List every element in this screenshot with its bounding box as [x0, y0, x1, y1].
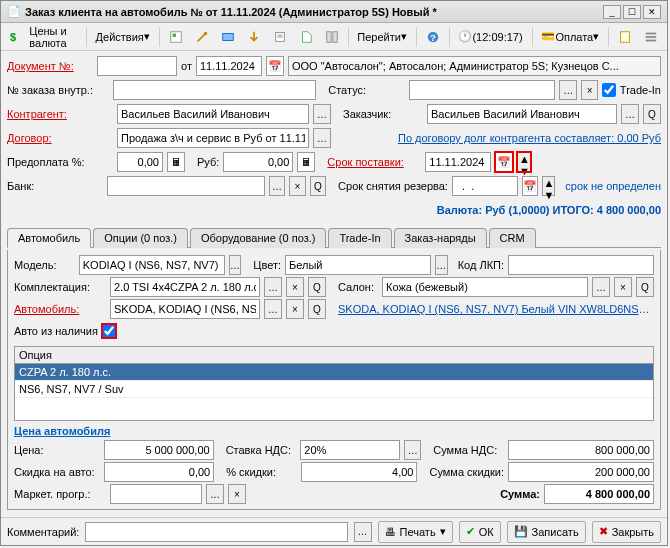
- compl-select-button[interactable]: …: [264, 277, 282, 297]
- salon-input[interactable]: [382, 277, 588, 297]
- compl-input[interactable]: [110, 277, 260, 297]
- tab-tradein[interactable]: Trade-In: [328, 228, 391, 248]
- tab-crm[interactable]: CRM: [489, 228, 536, 248]
- tab-options[interactable]: Опции (0 поз.): [93, 228, 188, 248]
- customer-open-button[interactable]: Q: [643, 104, 661, 124]
- tool-6[interactable]: [294, 26, 318, 48]
- color-select-button[interactable]: …: [435, 255, 448, 275]
- salon-label: Салон:: [338, 281, 378, 293]
- marketing-input[interactable]: [110, 484, 202, 504]
- marketing-select-button[interactable]: …: [206, 484, 224, 504]
- marketing-clear-button[interactable]: ×: [228, 484, 246, 504]
- model-select-button[interactable]: …: [229, 255, 242, 275]
- goto-button[interactable]: Перейти ▾: [352, 26, 412, 48]
- tool-3[interactable]: [216, 26, 240, 48]
- compl-open-button[interactable]: Q: [308, 277, 326, 297]
- close-button[interactable]: ✖Закрыть: [592, 521, 661, 543]
- customer-select-button[interactable]: …: [621, 104, 639, 124]
- price-section-title: Цена автомобиля: [14, 425, 654, 437]
- status-clear-button[interactable]: ×: [581, 80, 598, 100]
- status-select-button[interactable]: …: [559, 80, 576, 100]
- tool-5[interactable]: [268, 26, 292, 48]
- model-input[interactable]: [79, 255, 225, 275]
- bank-open-button[interactable]: Q: [310, 176, 326, 196]
- instock-checkbox[interactable]: [102, 324, 116, 338]
- bank-input[interactable]: [107, 176, 265, 196]
- contract-input[interactable]: [117, 128, 309, 148]
- tab-auto[interactable]: Автомобиль: [7, 228, 91, 248]
- vat-select-button[interactable]: …: [404, 440, 421, 460]
- prepay-calc-button[interactable]: 🖩: [167, 152, 185, 172]
- tab-equipment[interactable]: Оборудование (0 поз.): [190, 228, 326, 248]
- disc-pct-input[interactable]: [301, 462, 417, 482]
- comment-input[interactable]: [85, 522, 347, 542]
- status-input[interactable]: [409, 80, 555, 100]
- auto-open-button[interactable]: Q: [308, 299, 326, 319]
- prices-button[interactable]: $Цены и валюта: [5, 26, 82, 48]
- salon-open-button[interactable]: Q: [636, 277, 654, 297]
- delivery-calendar-button[interactable]: 📅: [495, 152, 513, 172]
- disc-input[interactable]: [104, 462, 214, 482]
- tool-1[interactable]: [164, 26, 188, 48]
- color-input[interactable]: [285, 255, 431, 275]
- from-label: от: [181, 60, 192, 72]
- payment-button[interactable]: 💳Оплата ▾: [536, 26, 604, 48]
- rub-calc-button[interactable]: 🖩: [297, 152, 315, 172]
- tool-notes[interactable]: [613, 26, 637, 48]
- print-button[interactable]: 🖶Печать ▾: [378, 521, 453, 543]
- auto-select-button[interactable]: …: [264, 299, 282, 319]
- doc-date-input[interactable]: [196, 56, 262, 76]
- doc-date-calendar-button[interactable]: 📅: [266, 56, 284, 76]
- grid-row[interactable]: CZPA 2 л. 180 л.с.: [15, 364, 653, 381]
- clock-button[interactable]: 🕐 (12:09:17): [453, 26, 527, 48]
- tool-list[interactable]: [639, 26, 663, 48]
- grid-row[interactable]: NS6, NS7, NV7 / Suv: [15, 381, 653, 398]
- contract-select-button[interactable]: …: [313, 128, 331, 148]
- reserve-date-input[interactable]: [452, 176, 518, 196]
- price-input[interactable]: [104, 440, 214, 460]
- titlebar: 📄 Заказ клиента на автомобиль № от 11.11…: [1, 1, 667, 23]
- help-button[interactable]: ?: [421, 26, 445, 48]
- tool-2[interactable]: [190, 26, 214, 48]
- counteragent-select-button[interactable]: …: [313, 104, 331, 124]
- grid-header: Опция: [15, 347, 653, 364]
- total-input[interactable]: [544, 484, 654, 504]
- delivery-date-input[interactable]: [425, 152, 491, 172]
- lkp-input[interactable]: [508, 255, 654, 275]
- bank-select-button[interactable]: …: [269, 176, 285, 196]
- actions-button[interactable]: Действия ▾: [91, 26, 155, 48]
- reserve-spin[interactable]: ▲▼: [542, 176, 555, 196]
- vat-sum-input[interactable]: [508, 440, 654, 460]
- close-window-button[interactable]: ✕: [643, 5, 661, 19]
- reserve-calendar-button[interactable]: 📅: [522, 176, 538, 196]
- minimize-button[interactable]: _: [603, 5, 621, 19]
- ok-button[interactable]: ✔ОК: [459, 521, 501, 543]
- salon-clear-button[interactable]: ×: [614, 277, 632, 297]
- auto-link[interactable]: SKODA, KODIAQ I (NS6, NS7, NV7) Белый VI…: [338, 303, 654, 315]
- auto-input[interactable]: [110, 299, 260, 319]
- vat-input[interactable]: [300, 440, 400, 460]
- save-button[interactable]: 💾Записать: [507, 521, 586, 543]
- svg-point-1: [203, 31, 207, 35]
- tool-4[interactable]: [242, 26, 266, 48]
- delivery-spin[interactable]: ▲▼: [517, 152, 531, 172]
- close-icon: ✖: [599, 525, 608, 538]
- tab-orders[interactable]: Заказ-наряды: [394, 228, 487, 248]
- prepay-pct-input[interactable]: [117, 152, 163, 172]
- compl-clear-button[interactable]: ×: [286, 277, 304, 297]
- tool-7[interactable]: [320, 26, 344, 48]
- bank-clear-button[interactable]: ×: [289, 176, 305, 196]
- tradein-checkbox[interactable]: [602, 83, 616, 97]
- rub-input[interactable]: [223, 152, 293, 172]
- counteragent-input[interactable]: [117, 104, 309, 124]
- doc-number-input[interactable]: [97, 56, 177, 76]
- comment-select-button[interactable]: …: [354, 522, 372, 542]
- salon-select-button[interactable]: …: [592, 277, 610, 297]
- auto-clear-button[interactable]: ×: [286, 299, 304, 319]
- disc-sum-input[interactable]: [508, 462, 654, 482]
- customer-input[interactable]: [427, 104, 617, 124]
- debt-link[interactable]: По договору долг контрагента составляет:…: [349, 132, 661, 144]
- maximize-button[interactable]: ☐: [623, 5, 641, 19]
- inner-no-input[interactable]: [113, 80, 316, 100]
- svg-rect-2: [222, 33, 233, 40]
